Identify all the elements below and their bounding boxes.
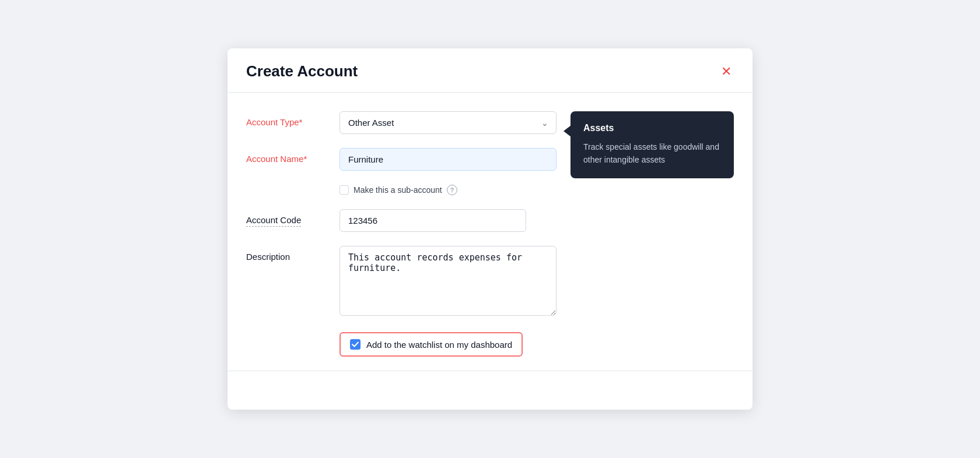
account-code-row: Account Code bbox=[246, 209, 556, 232]
help-icon[interactable]: ? bbox=[447, 185, 457, 195]
create-account-modal: Create Account ✕ Account Type* Other Ass… bbox=[228, 48, 752, 410]
watchlist-checkbox[interactable] bbox=[350, 339, 360, 350]
account-type-control: Other Asset Current Asset Fixed Asset Ba… bbox=[340, 111, 556, 134]
account-name-input[interactable] bbox=[340, 148, 556, 171]
watchlist-row: Add to the watchlist on my dashboard bbox=[246, 332, 556, 357]
close-button[interactable]: ✕ bbox=[719, 63, 734, 80]
account-name-label: Account Name* bbox=[246, 148, 340, 164]
description-label: Description bbox=[246, 246, 340, 262]
tooltip-text: Track special assets like goodwill and o… bbox=[583, 140, 721, 167]
account-type-select-wrapper: Other Asset Current Asset Fixed Asset Ba… bbox=[340, 111, 556, 134]
account-code-control bbox=[340, 209, 556, 232]
account-type-row: Account Type* Other Asset Current Asset … bbox=[246, 111, 556, 134]
modal-footer bbox=[228, 371, 752, 380]
account-name-control bbox=[340, 148, 556, 171]
sub-account-checkbox[interactable] bbox=[340, 185, 349, 195]
account-type-select[interactable]: Other Asset Current Asset Fixed Asset Ba… bbox=[340, 111, 556, 134]
sub-account-label: Make this a sub-account bbox=[354, 185, 442, 195]
tooltip-title: Assets bbox=[583, 123, 721, 133]
close-icon: ✕ bbox=[721, 65, 732, 78]
form-section: Account Type* Other Asset Current Asset … bbox=[246, 111, 556, 357]
modal-header: Create Account ✕ bbox=[228, 48, 752, 93]
account-code-label: Account Code bbox=[246, 209, 340, 225]
tooltip-box: Assets Track special assets like goodwil… bbox=[570, 111, 734, 178]
account-type-label: Account Type* bbox=[246, 111, 340, 127]
description-input[interactable]: This account records expenses for furnit… bbox=[340, 246, 556, 316]
modal-body: Account Type* Other Asset Current Asset … bbox=[228, 93, 752, 371]
sub-account-row: Make this a sub-account ? bbox=[246, 185, 556, 195]
description-row: Description This account records expense… bbox=[246, 246, 556, 318]
account-code-input[interactable] bbox=[340, 209, 526, 232]
description-control: This account records expenses for furnit… bbox=[340, 246, 556, 318]
watchlist-box: Add to the watchlist on my dashboard bbox=[340, 332, 523, 357]
watchlist-label: Add to the watchlist on my dashboard bbox=[366, 340, 512, 350]
checkmark-icon bbox=[352, 341, 359, 347]
account-code-label-text: Account Code bbox=[246, 215, 301, 227]
modal-title: Create Account bbox=[246, 62, 358, 80]
account-name-row: Account Name* bbox=[246, 148, 556, 171]
